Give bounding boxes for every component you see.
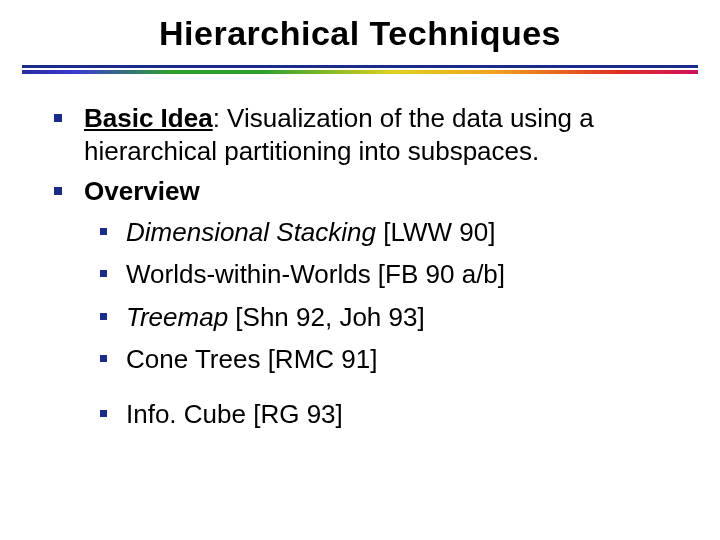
divider-top [22,65,698,68]
bullet-level-2: Cone Trees [RMC 91] [48,343,672,376]
text-run: Treemap [126,302,228,332]
text-run: [Shn 92, Joh 93] [228,302,425,332]
title-divider [22,65,698,74]
text-run: Dimensional Stacking [126,217,376,247]
text-run: Cone Trees [RMC 91] [126,344,377,374]
page-title: Hierarchical Techniques [0,0,720,65]
text-run: Worlds-within-Worlds [FB 90 a/b] [126,259,505,289]
bullet-level-2: Treemap [Shn 92, Joh 93] [48,301,672,334]
spacer [48,386,672,398]
text-run: Basic Idea [84,103,213,133]
text-run: Overview [84,176,200,206]
bullet-level-1: Basic Idea: Visualization of the data us… [48,102,672,167]
text-run: Info. Cube [RG 93] [126,399,343,429]
divider-rainbow [22,70,698,74]
bullet-level-2: Worlds-within-Worlds [FB 90 a/b] [48,258,672,291]
bullet-level-2: Dimensional Stacking [LWW 90] [48,216,672,249]
content-area: Basic Idea: Visualization of the data us… [0,102,720,430]
sub-bullet-group: Dimensional Stacking [LWW 90]Worlds-with… [48,216,672,431]
text-run: [LWW 90] [376,217,495,247]
bullet-level-1: Overview [48,175,672,208]
bullet-level-2: Info. Cube [RG 93] [48,398,672,431]
slide: Hierarchical Techniques Basic Idea: Visu… [0,0,720,540]
